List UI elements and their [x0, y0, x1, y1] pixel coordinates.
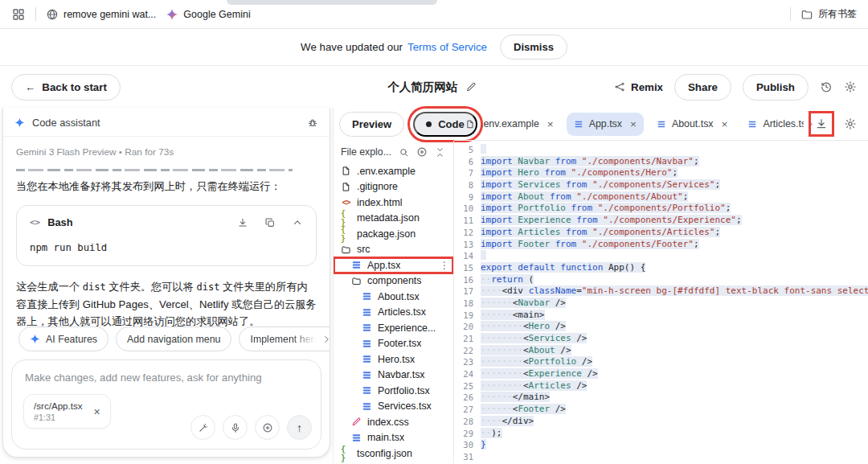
file-item-tsconfig.json[interactable]: { }tsconfig.json — [334, 446, 453, 462]
tsx-icon — [362, 354, 372, 364]
bookmark-item-google-gemini[interactable]: Google Gemini — [166, 8, 250, 21]
page-title: 个人简历网站 — [387, 80, 457, 95]
browser-tab-sliver — [227, 0, 437, 5]
file-item-Portfolio.tsx[interactable]: Portfolio.tsx — [334, 383, 453, 399]
download-code-icon[interactable] — [237, 217, 248, 228]
chip-add-navigation-menu[interactable]: Add navigation menu — [116, 326, 231, 351]
file-item-.env.example[interactable]: .env.example — [334, 163, 453, 179]
preview-tab[interactable]: Preview — [339, 112, 404, 137]
edit-title-icon[interactable] — [465, 81, 477, 92]
file-menu-icon[interactable]: ⋮ — [440, 260, 449, 271]
attachment-range: #1:31 — [34, 413, 83, 422]
search-files-icon[interactable] — [399, 147, 409, 158]
apps-grid-icon[interactable] — [11, 7, 26, 22]
back-to-start-button[interactable]: ← Back to start — [11, 74, 121, 101]
all-bookmarks-label: 所有书签 — [818, 7, 857, 21]
file-explorer: File explo... .env.example.gitignore<>in… — [334, 141, 454, 463]
file-item-Footer.tsx[interactable]: Footer.tsx — [334, 336, 453, 352]
collapse-all-icon[interactable] — [435, 147, 445, 158]
app-header: ← Back to start 个人简历网站 Remix Share Publi… — [0, 66, 868, 108]
editor-tab-App.tsx[interactable]: App.tsx× — [567, 113, 644, 136]
file-icon — [465, 119, 475, 129]
close-tab-icon[interactable]: × — [630, 118, 637, 130]
assistant-header: Code assistant — [3, 108, 330, 137]
tabs-overflow-chevron[interactable] — [805, 119, 815, 129]
code-line-16: 16··return ( — [454, 274, 868, 286]
file-item-metadata.json[interactable]: { }metadata.json — [334, 211, 453, 227]
tsx-icon — [362, 385, 372, 396]
editor-tab-Articles.tsx[interactable]: Articles.tsx× — [740, 113, 804, 136]
divider — [35, 7, 36, 21]
file-item-index.html[interactable]: <>index.html — [334, 195, 453, 211]
file-item-.gitignore[interactable]: .gitignore — [334, 179, 453, 195]
add-attachment-button[interactable] — [255, 415, 280, 440]
file-item-App.tsx[interactable]: App.tsx⋮ — [334, 257, 453, 273]
history-icon[interactable] — [820, 80, 833, 93]
editor-tab-About.tsx[interactable]: About.tsx× — [649, 113, 735, 136]
tsx-icon — [747, 119, 757, 129]
file-item-Hero.tsx[interactable]: Hero.tsx — [334, 351, 453, 368]
dismiss-button[interactable]: Dismiss — [500, 35, 567, 60]
attachment-chip[interactable]: /src/App.tsx #1:31 × — [23, 394, 111, 429]
file-item-src[interactable]: src — [334, 242, 453, 258]
collapse-code-icon[interactable] — [292, 217, 303, 228]
workspace-toolbar: Preview Code .env.example×App.tsx×About.… — [334, 108, 868, 141]
bookmark-item-remove-gemini[interactable]: remove gemini wat... — [46, 8, 156, 21]
code-line-8: 8import Services from "./components/Serv… — [454, 179, 868, 191]
code-line-6: 6import Navbar from "./components/Navbar… — [454, 156, 868, 168]
editor-tab-.env.example[interactable]: .env.example× — [458, 113, 561, 136]
file-list: .env.example.gitignore<>index.html{ }met… — [334, 163, 453, 462]
mic-button[interactable] — [223, 415, 248, 440]
remix-button[interactable]: Remix — [614, 81, 663, 93]
file-item-Navbar.tsx[interactable]: Navbar.tsx — [334, 368, 453, 384]
share-button[interactable]: Share — [674, 74, 731, 101]
attachment-path: /src/App.tsx — [34, 400, 83, 411]
assistant-message-area: Gemini 3 Flash Preview • Ran for 73s 当您在… — [3, 137, 330, 351]
code-line-17: 17····<div className="min-h-screen bg-[#… — [454, 285, 868, 298]
file-item-index.css[interactable]: index.css — [334, 414, 453, 430]
code-line-7: 7import Hero from "./components/Hero"; — [454, 167, 868, 179]
bash-label: Bash — [47, 216, 72, 228]
close-tab-icon[interactable]: × — [722, 118, 728, 130]
spark-icon — [30, 334, 40, 344]
code-line-10: 10import Portfolio from "./components/Po… — [454, 203, 868, 215]
chevron-right-icon[interactable] — [321, 335, 330, 344]
copy-code-icon[interactable] — [264, 217, 276, 228]
chip-implement-hero[interactable]: Implement hero se — [239, 326, 330, 351]
code-line-14: 14 — [454, 250, 868, 262]
publish-button[interactable]: Publish — [743, 74, 809, 101]
download-project-icon[interactable] — [815, 117, 828, 130]
close-tab-icon[interactable]: × — [547, 118, 554, 130]
file-item-Experience...[interactable]: Experience... — [334, 320, 453, 336]
file-icon — [341, 182, 351, 192]
file-item-About.tsx[interactable]: About.tsx — [334, 289, 453, 305]
tsx-icon — [362, 370, 372, 380]
tsx-icon — [657, 119, 666, 129]
code-line-19: 19······<main> — [454, 310, 868, 322]
file-item-package.json[interactable]: { }package.json — [334, 226, 453, 242]
chip-ai-features[interactable]: AI Features — [18, 326, 108, 351]
chat-input[interactable]: Make changes, add new features, ask for … — [11, 359, 321, 450]
magic-edit-button[interactable] — [190, 415, 215, 440]
code-assistant-panel: Code assistant Gemini 3 Flash Preview • … — [2, 108, 330, 458]
remove-attachment-icon[interactable]: × — [94, 406, 100, 417]
code-line-20: 20········<Hero /> — [454, 321, 868, 333]
code-editor[interactable]: 56import Navbar from "./components/Navba… — [454, 141, 868, 463]
send-button[interactable]: ↑ — [287, 415, 312, 440]
file-item-components[interactable]: components — [334, 273, 453, 289]
file-icon — [341, 166, 351, 176]
file-item-Articles.tsx[interactable]: Articles.tsx — [334, 305, 453, 321]
model-run-info: Gemini 3 Flash Preview • Ran for 73s — [16, 146, 317, 158]
bug-report-icon[interactable] — [307, 117, 318, 129]
bookmark-label: remove gemini wat... — [63, 9, 156, 20]
all-bookmarks-button[interactable]: 所有书签 — [800, 7, 857, 21]
code-line-18: 18······<Navbar /> — [454, 298, 868, 310]
file-item-Services.tsx[interactable]: Services.tsx — [334, 399, 453, 415]
editor-settings-icon[interactable] — [844, 117, 857, 130]
globe-icon — [46, 8, 59, 21]
terms-of-service-link[interactable]: Terms of Service — [407, 41, 487, 53]
html-icon: <> — [341, 197, 351, 207]
add-file-icon[interactable] — [416, 146, 428, 158]
settings-gear-icon[interactable] — [844, 80, 857, 93]
file-item-main.tsx[interactable]: main.tsx — [334, 430, 453, 446]
